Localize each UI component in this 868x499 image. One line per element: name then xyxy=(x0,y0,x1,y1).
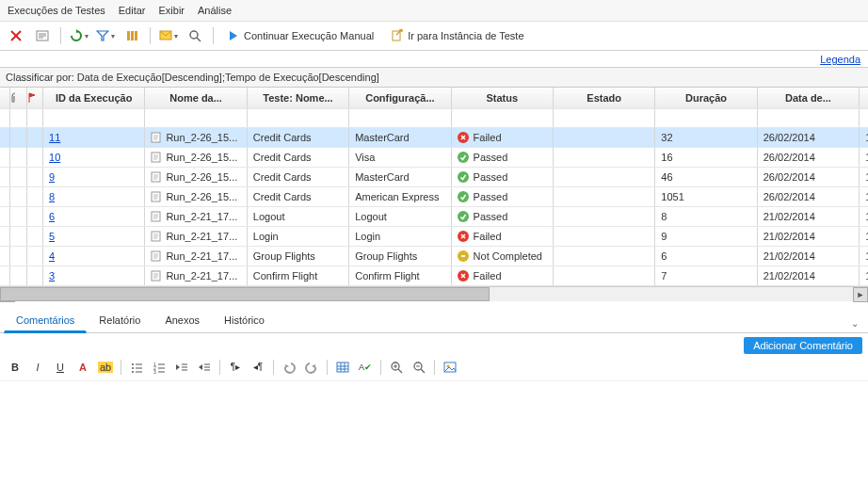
table-row[interactable]: 4 Run_2-21_17... Group Flights Group Fli… xyxy=(0,246,868,266)
run-id-link[interactable]: 11 xyxy=(49,132,60,143)
col-date[interactable]: Data de... xyxy=(757,88,859,108)
horizontal-scrollbar[interactable]: ◄ ► xyxy=(0,286,868,301)
insert-image-icon[interactable] xyxy=(441,358,459,377)
tab-relatório[interactable]: Relatório xyxy=(87,308,153,333)
filter-icon[interactable] xyxy=(95,25,116,46)
table-icon[interactable] xyxy=(333,358,352,377)
refresh-icon[interactable] xyxy=(69,25,89,46)
run-icon xyxy=(151,191,162,202)
run-id-link[interactable]: 9 xyxy=(49,171,55,183)
zoom-out-icon[interactable] xyxy=(410,358,428,377)
duration: 1051 xyxy=(655,187,756,206)
menubar: Execuções de Testes Editar Exibir Anális… xyxy=(0,0,868,22)
flag-header[interactable] xyxy=(26,88,42,108)
undo-icon[interactable] xyxy=(280,358,298,377)
run-id-link[interactable]: 5 xyxy=(49,231,55,242)
col-status[interactable]: Status xyxy=(451,88,553,108)
time: 15:50:43 xyxy=(860,128,868,147)
filter-state[interactable] xyxy=(553,108,654,127)
run-id-link[interactable]: 8 xyxy=(49,191,55,202)
scroll-thumb[interactable] xyxy=(0,287,490,301)
svg-rect-8 xyxy=(135,31,137,40)
goto-instance-button[interactable]: Ir para Instância de Teste xyxy=(385,25,529,46)
table-row[interactable]: 5 Run_2-21_17... Login Login Failed 9 21… xyxy=(0,226,868,246)
indent-icon[interactable] xyxy=(195,358,214,377)
separator xyxy=(150,27,151,44)
svg-point-56 xyxy=(132,367,134,369)
attachment-header[interactable] xyxy=(10,88,26,108)
col-state[interactable]: Estado xyxy=(553,88,654,108)
table-row[interactable]: 10 Run_2-26_15... Credit Cards Visa Pass… xyxy=(0,147,868,167)
tab-comentários[interactable]: Comentários xyxy=(4,308,87,333)
filter-status[interactable] xyxy=(451,108,553,127)
mail-icon[interactable] xyxy=(158,25,179,46)
menu-item[interactable]: Execuções de Testes xyxy=(8,5,105,16)
filter-date[interactable] xyxy=(757,108,859,127)
menu-item[interactable]: Editar xyxy=(119,5,146,16)
time: 17:46:45 xyxy=(860,247,868,266)
run-id-link[interactable]: 3 xyxy=(49,270,55,282)
underline-icon[interactable]: U xyxy=(51,358,70,377)
filter-name[interactable] xyxy=(145,108,247,127)
duration: 8 xyxy=(655,207,756,226)
outdent-icon[interactable] xyxy=(172,358,191,377)
italic-icon[interactable]: I xyxy=(28,358,47,377)
delete-icon[interactable] xyxy=(6,25,26,46)
table-row[interactable]: 8 Run_2-26_15... Credit Cards American E… xyxy=(0,186,868,206)
row-handle-header[interactable] xyxy=(0,88,10,108)
state xyxy=(554,148,654,167)
separator xyxy=(380,360,381,375)
spellcheck-icon[interactable]: A✔ xyxy=(356,358,375,377)
redo-icon[interactable] xyxy=(302,358,321,377)
editor-area[interactable] xyxy=(0,381,868,500)
bold-icon[interactable]: B xyxy=(6,358,24,377)
tab-anexos[interactable]: Anexos xyxy=(153,308,212,333)
table-row[interactable]: 9 Run_2-26_15... Credit Cards MasterCard… xyxy=(0,167,868,186)
list-bullets-icon[interactable] xyxy=(127,358,146,377)
editor-toolbar: B I U A ab 123 ¶▸ ◂¶ A✔ xyxy=(0,354,868,381)
run-icon xyxy=(151,211,162,222)
add-comment-button[interactable]: Adicionar Comentário xyxy=(744,337,862,354)
run-id-link[interactable]: 6 xyxy=(49,211,55,222)
table-row[interactable]: 6 Run_2-21_17... Logout Logout Passed 8 … xyxy=(0,206,868,226)
zoom-in-icon[interactable] xyxy=(387,358,406,377)
col-duration[interactable]: Duração xyxy=(655,88,757,108)
columns-icon[interactable] xyxy=(121,25,142,46)
filter-conf[interactable] xyxy=(349,108,451,127)
filter-duration[interactable] xyxy=(655,108,757,127)
run-id-link[interactable]: 10 xyxy=(49,152,60,163)
continue-manual-button[interactable]: Continuar Execução Manual xyxy=(221,25,379,46)
status-icon xyxy=(458,211,469,222)
date: 26/02/2014 xyxy=(758,187,859,206)
status-icon xyxy=(458,152,469,163)
details-icon[interactable] xyxy=(32,25,53,46)
table-row[interactable]: 3 Run_2-21_17... Confirm Flight Confirm … xyxy=(0,266,868,285)
menu-item[interactable]: Exibir xyxy=(159,5,185,16)
col-name[interactable]: Nome da... xyxy=(145,88,247,108)
run-id-link[interactable]: 4 xyxy=(49,250,55,262)
find-icon[interactable] xyxy=(185,25,205,46)
collapse-icon[interactable]: ⌄ xyxy=(845,318,864,332)
separator xyxy=(121,360,121,375)
sort-text: Classificar por: Data de Execução[Descen… xyxy=(6,72,379,83)
scroll-right-icon[interactable]: ► xyxy=(853,287,868,302)
tab-histórico[interactable]: Histórico xyxy=(212,308,277,333)
font-color-icon[interactable]: A xyxy=(73,358,92,377)
col-time[interactable]: Tempo de xyxy=(860,88,868,108)
test-name: Login xyxy=(248,227,348,246)
col-id[interactable]: ID da Execução xyxy=(43,88,145,108)
list-numbered-icon[interactable]: 123 xyxy=(150,358,169,377)
filter-id[interactable] xyxy=(43,108,145,127)
highlight-icon[interactable]: ab xyxy=(96,358,115,377)
time: 15:48:09 xyxy=(860,187,868,206)
col-conf[interactable]: Configuraçã... xyxy=(349,88,451,108)
legend-link[interactable]: Legenda xyxy=(820,54,860,65)
date: 26/02/2014 xyxy=(758,168,859,186)
col-test[interactable]: Teste: Nome... xyxy=(247,88,348,108)
rtl-icon[interactable]: ◂¶ xyxy=(249,358,267,377)
filter-test[interactable] xyxy=(247,108,348,127)
filter-time[interactable] xyxy=(860,108,868,127)
table-row[interactable]: 11 Run_2-26_15... Credit Cards MasterCar… xyxy=(0,127,868,147)
menu-item[interactable]: Análise xyxy=(198,5,232,16)
ltr-icon[interactable]: ¶▸ xyxy=(226,358,245,377)
